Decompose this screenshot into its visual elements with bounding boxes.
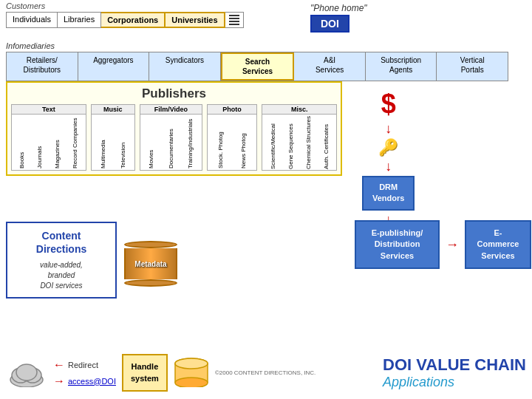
tab-libraries[interactable]: Libraries	[58, 12, 101, 28]
tab-universities[interactable]: Universities	[166, 12, 225, 28]
pub-misc-chemical: Chemical Structures	[305, 116, 312, 169]
pub-text-books: Books	[18, 116, 25, 168]
cloud-icon	[6, 359, 47, 387]
infomediary-search-services: SearchServices	[221, 52, 295, 81]
content-directions-box: ContentDirections value-added,brandedDOI…	[6, 222, 117, 299]
dollar-icon: $	[381, 89, 396, 120]
infomediaries-row: Retailers/Distributors Aggregators Syndi…	[6, 52, 508, 81]
pub-misc-label: Misc.	[262, 105, 336, 115]
infomediary-retailers: Retailers/Distributors	[7, 52, 78, 81]
infomediary-subscription-agents: SubscriptionAgents	[366, 52, 437, 81]
pub-text-journals: Journals	[36, 116, 43, 168]
publishers-title: Publishers	[11, 86, 337, 101]
pub-photo-stock: Stock. Photog	[217, 116, 224, 168]
infomediary-vertical-portals: VerticalPortals	[437, 52, 508, 81]
applications-label: Applications	[383, 375, 526, 390]
svg-point-8	[175, 378, 208, 387]
arrow-left-redirect: ←	[53, 358, 65, 372]
publishers-section: Publishers Text Books Journals Magazines…	[6, 81, 342, 176]
handle-system-title: Handlesystem	[131, 361, 159, 384]
pub-misc-scientific: Scientific/Medical	[270, 116, 276, 169]
pub-group-film: Film/Video Movies Documentaries Training…	[140, 104, 202, 171]
pub-misc-gene: Gene Sequences	[287, 116, 294, 169]
infomediary-ai-services: A&IServices	[294, 52, 366, 81]
customers-label: Customers	[6, 1, 244, 10]
redirect-group: ← Redirect → access@DOI	[53, 358, 116, 388]
arrow-down-2: ↓	[385, 159, 392, 174]
content-directions-title: ContentDirections	[18, 229, 105, 256]
pub-misc-auth: Auth. Certificates	[323, 116, 330, 169]
customers-section: Customers Individuals Libraries Corporat…	[6, 1, 244, 28]
right-flow-section: $ ↓ 🔑 ↓ DRMVendors ↓	[362, 89, 415, 228]
infomediary-aggregators: Aggregators	[78, 52, 150, 81]
pub-music-multimedia: Multimedia	[100, 116, 106, 168]
doi-value-chain-section: DOI VALUE CHAIN Applications	[383, 355, 526, 390]
pub-film-items: Movies Documentaries Training/Industrial…	[140, 115, 202, 170]
access-row: → access@DOI	[53, 375, 116, 388]
pub-photo-items: Stock. Photog News Photog	[208, 115, 256, 170]
other-tab-icon	[225, 12, 244, 28]
tab-individuals[interactable]: Individuals	[6, 12, 58, 28]
infomediaries-section: Infomediaries Retailers/Distributors Agg…	[6, 41, 508, 81]
tab-row: Individuals Libraries Corporations Unive…	[6, 12, 244, 28]
pub-music-label: Music	[92, 105, 134, 115]
pub-film-training: Training/Industrials	[187, 116, 194, 168]
redirect-label: Redirect	[68, 361, 98, 369]
pub-text-items: Books Journals Magazines Record Companie…	[12, 115, 86, 170]
pub-misc-items: Scientific/Medical Gene Sequences Chemic…	[262, 115, 336, 171]
copyright-notice: ©2000 CONTENT DIRECTIONS, INC.	[215, 369, 316, 376]
phone-home-label: "Phone home"	[310, 3, 367, 13]
right-service-boxes: E-publishing/DistributionServices → E-Co…	[355, 220, 531, 269]
value-added-text: value-added,brandedDOI services	[18, 260, 105, 291]
svg-point-9	[175, 358, 208, 369]
doi-badge: DOI	[310, 15, 349, 33]
main-layout: Customers Individuals Libraries Corporat…	[0, 0, 532, 399]
pub-film-documentaries: Documentaries	[168, 116, 174, 168]
pub-music-television: Television	[120, 116, 126, 168]
pub-text-magazines: Magazines	[54, 116, 61, 168]
phone-home-section: "Phone home" DOI	[310, 3, 367, 33]
pub-film-movies: Movies	[148, 116, 154, 168]
pub-group-photo: Photo Stock. Photog News Photog	[207, 104, 257, 171]
metadata-section: Metadata	[124, 241, 177, 287]
content-directions-section: ContentDirections value-added,brandedDOI…	[6, 222, 177, 299]
bottom-section: ← Redirect → access@DOI Handlesystem	[6, 354, 526, 392]
pub-text-record-companies: Record Companies	[72, 116, 78, 168]
metadata-cylinder: Metadata	[124, 241, 177, 287]
redirect-row: ← Redirect	[53, 358, 116, 372]
ecommerce-box: E-CommerceServices	[465, 220, 531, 269]
cloud-svg	[6, 359, 47, 387]
arrow-right-ecommerce: →	[446, 237, 459, 253]
arrow-down-1: ↓	[385, 121, 392, 137]
pub-photo-news: News Photog	[240, 116, 247, 168]
pub-group-misc: Misc. Scientific/Medical Gene Sequences …	[262, 104, 337, 171]
pub-photo-label: Photo	[208, 105, 256, 115]
svg-point-3	[16, 364, 37, 381]
metadata-label: Metadata	[134, 260, 166, 268]
drm-vendors-box: DRMVendors	[362, 176, 415, 211]
pub-group-text: Text Books Journals Magazines Record Com…	[11, 104, 86, 171]
key-icon: 🔑	[378, 138, 398, 157]
publishers-content: Text Books Journals Magazines Record Com…	[11, 104, 337, 171]
handle-cylinder	[174, 358, 209, 389]
pub-group-music: Music Multimedia Television	[91, 104, 135, 171]
pub-music-items: Multimedia Television	[92, 115, 134, 170]
arrow-right-access: →	[53, 375, 65, 388]
doi-value-chain-title: DOI VALUE CHAIN	[383, 355, 526, 375]
infomediary-syndicators: Syndicators	[149, 52, 221, 81]
epublishing-box: E-publishing/DistributionServices	[355, 220, 440, 269]
handle-system-box: Handlesystem	[122, 354, 168, 392]
infomediaries-label: Infomediaries	[6, 41, 508, 50]
handle-cylinder-svg	[174, 358, 209, 387]
access-label: access@DOI	[68, 377, 116, 386]
pub-text-label: Text	[12, 105, 86, 115]
pub-film-label: Film/Video	[140, 105, 202, 115]
tab-corporations[interactable]: Corporations	[101, 12, 166, 28]
